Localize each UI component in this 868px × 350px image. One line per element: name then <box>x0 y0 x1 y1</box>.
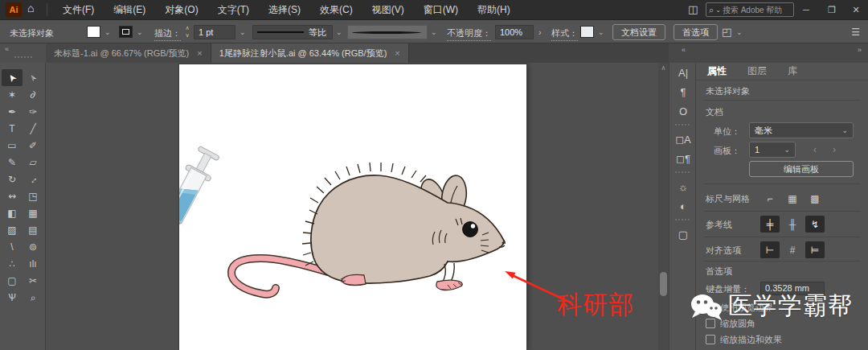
collapse-toolbar-icon[interactable]: « <box>5 45 9 53</box>
checkbox[interactable] <box>706 335 715 344</box>
chevron-down-icon[interactable]: ⌄ <box>240 28 246 36</box>
hand-tool[interactable]: Ѱ <box>2 289 23 306</box>
artboard-tool[interactable]: ▢ <box>2 272 23 289</box>
next-artboard-icon[interactable]: › <box>833 144 836 155</box>
chevron-down-icon[interactable]: ⌄ <box>736 28 743 36</box>
document-tab-untitled[interactable]: 未标题-1.ai @ 66.67% (RGB/预览) × <box>46 43 211 63</box>
eraser-tool[interactable]: ▱ <box>23 154 43 171</box>
tab-layers[interactable]: 图层 <box>747 63 767 80</box>
free-transform-tool[interactable]: ◳ <box>23 187 43 204</box>
menu-item-2[interactable]: 对象(O) <box>155 0 207 19</box>
gradient-tool[interactable]: ▤ <box>23 221 43 238</box>
stroke-weight-field[interactable]: 1 pt <box>194 25 235 39</box>
stepper-up-icon[interactable]: ∧ <box>183 24 191 31</box>
transparency-grid-icon[interactable]: ▩ <box>805 190 825 207</box>
pathfinder-panel-icon[interactable]: ▢ <box>669 224 697 244</box>
chevron-down-icon[interactable]: ⌄ <box>431 28 437 36</box>
direct-selection-tool[interactable]: ➢ <box>23 69 43 86</box>
help-search[interactable]: ⌕ ⌄ <box>706 2 794 17</box>
snap-pixel-icon[interactable]: ⊨ <box>805 241 825 258</box>
preferences-button[interactable]: 首选项 <box>674 24 718 40</box>
opacity-link[interactable]: 不透明度： <box>447 27 491 41</box>
paintbrush-tool[interactable]: ✐ <box>23 137 43 154</box>
stroke-swatch[interactable] <box>119 26 133 38</box>
opacity-expander[interactable]: › <box>538 27 542 37</box>
drag-handle[interactable] <box>675 219 690 221</box>
artboard-dropdown[interactable]: 1 ⌄ <box>749 142 796 158</box>
transparency-panel-icon[interactable]: ◐ <box>669 196 697 216</box>
expand-panel-icon[interactable]: » <box>858 46 862 54</box>
stepper-down-icon[interactable]: ∨ <box>183 31 191 39</box>
menu-item-0[interactable]: 文件(F) <box>53 0 104 19</box>
fill-swatch[interactable] <box>87 26 100 38</box>
lock-guides-icon[interactable]: ╫ <box>783 216 802 233</box>
drag-handle[interactable] <box>675 124 690 126</box>
home-icon[interactable]: ⌂ <box>27 2 34 14</box>
blend-tool[interactable]: ⊚ <box>23 238 43 255</box>
style-link[interactable]: 样式： <box>551 27 578 41</box>
ruler-icon[interactable]: ⌐ <box>760 190 780 207</box>
collapse-panel-icon[interactable]: « <box>682 46 686 54</box>
type-tool[interactable]: T <box>2 120 23 137</box>
symbol-sprayer-tool[interactable]: ∴ <box>2 255 23 272</box>
prev-artboard-icon[interactable]: ‹ <box>813 144 817 155</box>
menu-item-5[interactable]: 效果(C) <box>310 0 362 19</box>
menu-item-3[interactable]: 文字(T) <box>208 0 259 19</box>
snap-point-icon[interactable]: ⊢ <box>760 241 780 258</box>
edit-artboards-button[interactable]: 编辑画板 <box>749 161 854 177</box>
paragraph-styles-panel-icon[interactable]: ◻¶ <box>669 149 697 168</box>
chevron-down-icon[interactable]: ⌄ <box>104 28 111 36</box>
stroke-profile-dropdown[interactable]: 等比 <box>252 25 333 39</box>
unit-dropdown[interactable]: 毫米 ⌄ <box>749 122 854 138</box>
appearance-panel-icon[interactable]: ☼ <box>669 177 697 196</box>
chevron-down-icon[interactable]: ⌄ <box>137 28 143 36</box>
menu-item-1[interactable]: 编辑(E) <box>104 0 155 19</box>
menu-item-7[interactable]: 窗口(W) <box>414 0 468 19</box>
character-styles-panel-icon[interactable]: ◻A <box>669 130 697 149</box>
close-button[interactable]: ✕ <box>844 0 868 19</box>
menu-item-6[interactable]: 视图(V) <box>362 0 414 19</box>
guides-icon[interactable]: ╪ <box>760 216 780 233</box>
search-input[interactable] <box>723 6 784 14</box>
opacity-field[interactable]: 100% <box>495 25 534 39</box>
menu-item-4[interactable]: 选择(S) <box>259 0 310 19</box>
snap-grid-icon[interactable]: # <box>783 241 802 258</box>
opentype-panel-icon[interactable]: O <box>669 101 697 121</box>
chevron-down-icon[interactable]: ⌄ <box>336 28 342 36</box>
perspective-grid-tool[interactable]: ▦ <box>23 204 43 221</box>
drag-handle[interactable] <box>675 171 690 174</box>
stroke-weight-stepper[interactable]: ∧ ∨ <box>183 24 191 40</box>
paragraph-panel-icon[interactable]: ¶ <box>669 82 697 101</box>
width-profile-dropdown[interactable] <box>347 25 428 39</box>
chevron-down-icon[interactable]: ⌄ <box>598 28 604 36</box>
tab-libraries[interactable]: 库 <box>788 63 797 80</box>
rotate-tool[interactable]: ↻ <box>2 171 23 187</box>
zoom-tool[interactable]: ⌕ <box>23 289 43 306</box>
width-tool[interactable]: ↭ <box>2 187 23 204</box>
scrollbar-thumb[interactable] <box>660 272 667 296</box>
artboard[interactable] <box>179 64 526 350</box>
column-graph-tool[interactable]: ılı <box>23 255 43 272</box>
shape-builder-tool[interactable]: ◧ <box>2 204 23 221</box>
panel-menu-icon[interactable]: ☰ <box>851 27 860 38</box>
drag-handle[interactable] <box>14 56 32 58</box>
close-icon[interactable]: × <box>395 48 399 58</box>
scroll-up-icon[interactable]: ∧ <box>658 64 669 72</box>
minimize-button[interactable]: ─ <box>794 0 818 19</box>
stroke-link[interactable]: 描边： <box>154 27 181 41</box>
restore-button[interactable]: ❐ <box>820 0 844 19</box>
lasso-tool[interactable]: ∂ <box>23 86 43 103</box>
canvas-area[interactable]: 科研部 ∧ <box>46 63 669 350</box>
tab-properties[interactable]: 属性 <box>707 63 727 80</box>
workspace-switcher-icon[interactable]: ◫ <box>688 3 698 15</box>
mesh-tool[interactable]: ▨ <box>2 221 23 238</box>
magic-wand-tool[interactable]: ✶ <box>2 86 23 103</box>
grid-icon[interactable]: ▦ <box>783 190 802 207</box>
close-icon[interactable]: × <box>197 48 202 58</box>
style-swatch[interactable] <box>580 26 594 38</box>
menu-item-8[interactable]: 帮助(H) <box>468 0 520 19</box>
smart-guides-icon[interactable]: ↯ <box>805 216 825 233</box>
vertical-scrollbar[interactable]: ∧ <box>658 63 669 350</box>
document-tab-tail-vein-mouse[interactable]: 1尾静脉注射小鼠.ai @ 63.44% (RGB/预览) × <box>211 43 409 63</box>
line-segment-tool[interactable]: ╱ <box>23 120 43 137</box>
